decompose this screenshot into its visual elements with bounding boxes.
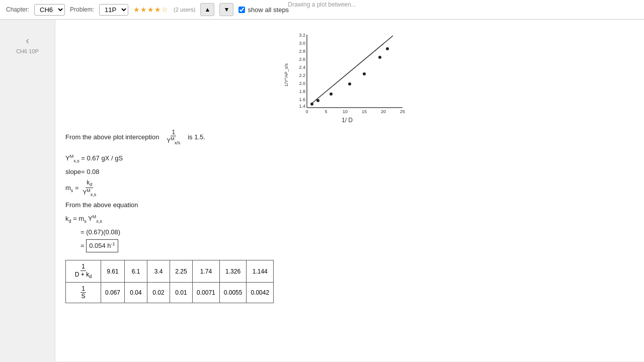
svg-point-22 [330,93,333,96]
table-cell: 0.0042 [247,282,274,303]
row1-frac: 1 D + kd [74,263,93,280]
svg-text:1.4: 1.4 [299,104,305,109]
users-count: (2 users) [174,7,195,13]
ms-frac-num: kd [86,179,93,188]
graph-wrapper: 3.2 3.0 2.8 2.6 2.4 2.2 2.0 1.8 1.6 1.4 … [282,30,413,124]
interception-prefix: From the above plot interception [65,133,159,141]
main-container: ‹ CH6 10P 3.2 3.0 2.8 2.6 2.4 2.2 2.0 [0,20,644,361]
table-row-2: 1 S 0.067 0.04 0.02 0.01 0.0071 0.0055 0… [66,282,274,303]
chapter-label: Chapter: [6,6,29,13]
svg-text:0: 0 [305,109,308,114]
svg-text:15: 15 [362,109,367,114]
table-cell: 0.01 [170,282,193,303]
ms-frac-den: YMx,s [82,188,97,198]
page-title: Drawing a plot between... [288,0,356,8]
graph-svg: 3.2 3.0 2.8 2.6 2.4 2.2 2.0 1.8 1.6 1.4 … [282,30,413,118]
show-all-steps-text: show all steps [248,6,289,14]
show-all-steps-checkbox[interactable] [238,7,245,13]
scroll-down-button[interactable]: ▼ [219,3,233,16]
table-cell: 1.74 [193,260,220,283]
row2-header: 1 S [66,282,101,303]
interception-value: is 1.5. [188,133,205,141]
frac-denominator: YMx/s [166,136,181,146]
table-cell: 0.02 [147,282,170,303]
svg-point-25 [378,56,381,59]
svg-text:5: 5 [325,109,327,114]
table-cell: 0.0055 [219,282,247,303]
table-cell: 9.61 [101,260,125,283]
kd-eq1: kd = ms YMx,s [65,213,629,225]
kd-eq3: = 0.054 h-1 [65,239,629,252]
table-cell: 0.067 [101,282,125,303]
table-cell: 2.25 [170,260,193,283]
problem-select[interactable]: 11P 10P 12P [99,4,128,16]
svg-text:1.8: 1.8 [299,89,305,94]
row2-frac: 1 S [80,285,86,300]
row1-frac-den: D + kd [74,271,93,280]
svg-line-19 [311,36,393,104]
svg-text:3.2: 3.2 [299,33,305,38]
table-cell: 6.1 [125,260,147,283]
row1-frac-num: 1 [80,263,86,270]
problem-label: Problem: [70,6,94,13]
svg-point-24 [363,72,366,75]
kd-eq2: = (0.67)(0.08) [65,227,629,238]
svg-text:1/Y^AP_x/s: 1/Y^AP_x/s [284,63,289,86]
table-cell: 1.326 [219,260,247,283]
yxs-equation: YMx,s = 0.67 gX / gS [65,153,629,165]
interception-fraction: 1 YMx/s [166,129,181,146]
x-axis-label: 1/ D [282,117,413,124]
scroll-up-button[interactable]: ▲ [200,3,214,16]
svg-text:2.8: 2.8 [299,49,305,54]
data-table: 1 D + kd 9.61 6.1 3.4 2.25 1.74 1.326 1.… [65,260,274,303]
top-bar: Drawing a plot between... Chapter: CH6 C… [0,0,644,20]
row2-frac-den: S [80,293,86,300]
svg-point-23 [348,82,351,85]
svg-text:25: 25 [400,109,405,114]
svg-text:2.0: 2.0 [299,81,305,86]
svg-text:20: 20 [381,109,386,114]
table-cell: 1.144 [247,260,274,283]
sidebar: ‹ CH6 10P [0,20,55,361]
slope-equation: slope= 0.08 [65,166,629,177]
graph-container: 3.2 3.0 2.8 2.6 2.4 2.2 2.0 1.8 1.6 1.4 … [65,30,629,124]
table-cell: 3.4 [147,260,170,283]
svg-text:1.6: 1.6 [299,97,305,102]
ms-equation: ms = kd YMx,s [65,179,629,198]
table-cell: 0.0071 [193,282,220,303]
interception-text: From the above plot interception 1 YMx/s… [65,129,629,146]
svg-text:2.2: 2.2 [299,73,305,78]
svg-text:2.4: 2.4 [299,65,305,70]
svg-point-26 [386,47,389,50]
ms-fraction: kd YMx,s [82,179,97,198]
svg-text:2.6: 2.6 [299,57,305,62]
kd-boxed-value: 0.054 h-1 [86,239,118,252]
frac-numerator: 1 [171,129,176,136]
star-rating[interactable]: ★★★★☆ [133,6,169,14]
row1-header: 1 D + kd [66,260,101,283]
content-area: 3.2 3.0 2.8 2.6 2.4 2.2 2.0 1.8 1.6 1.4 … [55,20,644,361]
svg-point-20 [310,103,313,106]
chapter-select[interactable]: CH6 CH1 CH2 [34,4,65,16]
table-row-1: 1 D + kd 9.61 6.1 3.4 2.25 1.74 1.326 1.… [66,260,274,283]
prev-problem-label[interactable]: CH6 10P [16,48,39,54]
svg-text:10: 10 [343,109,348,114]
svg-point-21 [316,99,319,102]
svg-text:3.0: 3.0 [299,41,305,46]
from-above-equation-text: From the above equation [65,199,629,211]
table-cell: 0.04 [125,282,147,303]
show-all-steps-label[interactable]: show all steps [238,6,289,14]
row2-frac-num: 1 [80,285,86,293]
back-button[interactable]: ‹ [26,35,29,46]
